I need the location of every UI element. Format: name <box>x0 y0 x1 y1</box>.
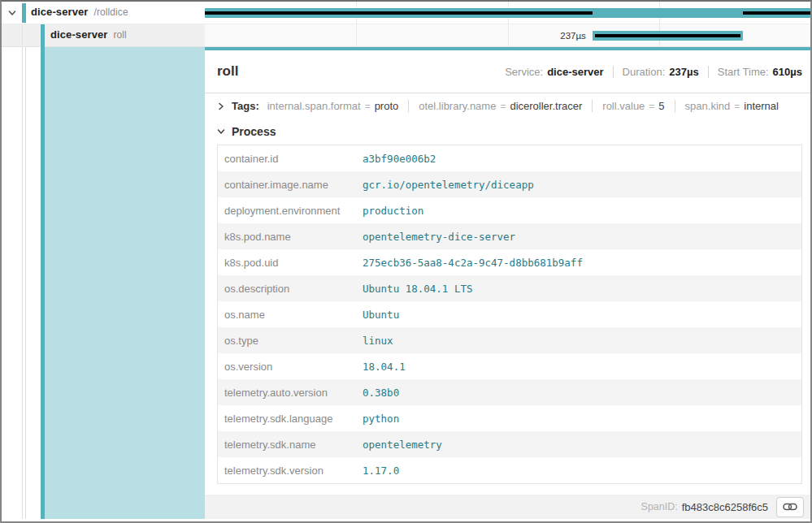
tree-indent-guide <box>25 47 26 519</box>
span-timeline-rows: dice-server/rolldice dice-serverroll <box>2 2 810 47</box>
tree-indent-guide <box>22 24 23 46</box>
span-operation-name: roll <box>113 29 126 41</box>
span-detail-footer: SpanID: fb483c8c6258f6c5 <box>205 495 810 519</box>
table-row: telemetry.sdk.nameopentelemetry <box>218 431 801 457</box>
equals-sign: = <box>734 101 740 112</box>
tag-divider <box>675 100 675 112</box>
service-label: dice-server <box>31 6 88 18</box>
row-key: os.name <box>218 309 363 321</box>
span-duration-label: 237µs <box>560 31 586 41</box>
link-icon <box>783 502 797 512</box>
equals-sign: = <box>500 101 506 112</box>
span-service-name: dice-server/rolldice <box>31 6 128 18</box>
table-row: container.ida3bf90e006b2 <box>218 145 801 171</box>
row-value: 0.38b0 <box>363 387 801 399</box>
row-value: opentelemetry-dice-server <box>363 231 801 243</box>
equals-sign: = <box>649 101 654 112</box>
copy-link-button[interactable] <box>776 497 804 517</box>
tag-item: otel.library.name = diceroller.tracer <box>419 100 582 112</box>
row-value: Ubuntu <box>363 309 801 321</box>
service-stat-label: Service: <box>505 66 543 78</box>
span-color-indicator <box>41 24 45 47</box>
row-key: k8s.pod.name <box>218 231 363 243</box>
row-key: telemetry.sdk.name <box>218 439 363 451</box>
timeline-cell-child[interactable]: 237µs <box>205 24 810 46</box>
tag-divider <box>408 100 409 112</box>
table-row: container.image.namegcr.io/opentelemetry… <box>218 171 801 197</box>
row-key: os.type <box>218 335 363 347</box>
table-row: telemetry.sdk.version1.17.0 <box>218 457 801 483</box>
table-row: deployment.environmentproduction <box>218 197 801 223</box>
tag-key: roll.value <box>602 100 645 112</box>
start-time-stat-label: Start Time: <box>718 66 769 78</box>
span-row-roll-selected[interactable]: dice-serverroll 237µs <box>2 24 810 47</box>
span-operation-name: /rolldice <box>93 6 128 18</box>
table-row: telemetry.auto.version0.38b0 <box>218 379 801 405</box>
root-span-bar[interactable] <box>205 8 810 18</box>
equals-sign: = <box>365 101 371 112</box>
start-time-stat-value: 610µs <box>773 66 802 78</box>
row-key: os.description <box>218 283 363 295</box>
jaeger-trace-detail-window: dice-server/rolldice dice-serverroll <box>0 0 812 523</box>
tag-key: otel.library.name <box>419 100 496 112</box>
duration-stat-value: 237µs <box>669 66 698 78</box>
span-row-rolldice[interactable]: dice-server/rolldice <box>2 2 810 24</box>
stat-divider <box>613 66 614 78</box>
tags-section-toggle[interactable]: Tags: internal.span.format = proto otel.… <box>205 93 810 119</box>
process-section-toggle[interactable]: Process <box>205 119 810 145</box>
row-value: 18.04.1 <box>363 361 801 373</box>
row-value: 275ecb36-5aa8-4c2a-9c47-d8bb681b9aff <box>363 257 801 269</box>
row-key: telemetry.sdk.language <box>218 413 363 425</box>
chevron-down-icon[interactable] <box>215 126 227 137</box>
tag-value: diceroller.tracer <box>510 100 582 112</box>
row-value: gcr.io/opentelemetry/diceapp <box>363 179 801 191</box>
span-detail-panel: roll Service: dice-server Duration: 237µ… <box>205 47 810 521</box>
tag-value: internal <box>744 100 779 112</box>
critical-path-segment <box>743 11 810 15</box>
process-key-value-table: container.ida3bf90e006b2 container.image… <box>217 145 802 484</box>
child-span-bar[interactable] <box>593 31 744 41</box>
tree-indent-guide <box>22 47 23 519</box>
tag-key: span.kind <box>685 100 731 112</box>
span-name-cell[interactable]: dice-server/rolldice <box>2 2 205 24</box>
tag-item: span.kind = internal <box>685 100 779 112</box>
row-value: 1.17.0 <box>363 465 801 477</box>
row-key: k8s.pod.uid <box>218 257 363 269</box>
table-row: os.nameUbuntu <box>218 301 801 327</box>
span-stats: Service: dice-server Duration: 237µs Sta… <box>505 66 802 78</box>
row-key: os.version <box>218 361 363 373</box>
selected-span-tint-panel <box>45 47 205 519</box>
span-detail-left-gutter <box>2 47 205 519</box>
service-label: dice-server <box>50 28 107 41</box>
tag-item: roll.value = 5 <box>602 100 664 112</box>
tag-divider <box>592 100 593 112</box>
table-row: os.descriptionUbuntu 18.04.1 LTS <box>218 275 801 301</box>
span-name-cell[interactable]: dice-serverroll <box>2 24 205 46</box>
timeline-gridline <box>356 24 357 46</box>
duration-stat-label: Duration: <box>623 66 666 78</box>
table-row: telemetry.sdk.languagepython <box>218 405 801 431</box>
row-value: python <box>363 413 801 425</box>
span-detail-header: roll Service: dice-server Duration: 237µ… <box>205 50 810 93</box>
tags-label: Tags: <box>232 100 259 112</box>
row-key: telemetry.auto.version <box>218 387 363 399</box>
span-color-indicator <box>22 3 26 23</box>
stat-divider <box>708 66 709 78</box>
table-row: k8s.pod.uid275ecb36-5aa8-4c2a-9c47-d8bb6… <box>218 249 801 275</box>
table-row: os.version18.04.1 <box>218 353 801 379</box>
chevron-right-icon[interactable] <box>215 101 227 112</box>
row-key: container.id <box>218 153 363 165</box>
row-value: production <box>363 205 801 217</box>
chevron-down-icon[interactable] <box>7 7 18 19</box>
table-row: os.typelinux <box>218 327 801 353</box>
span-title: roll <box>217 63 238 80</box>
critical-path-segment <box>205 11 593 15</box>
row-key: telemetry.sdk.version <box>218 465 363 477</box>
timeline-gridline <box>508 24 509 46</box>
critical-path-segment <box>595 34 741 37</box>
tag-key: internal.span.format <box>267 100 361 112</box>
row-value: linux <box>363 335 801 347</box>
span-id-value: fb483c8c6258f6c5 <box>682 501 768 513</box>
span-id-label: SpanID: <box>641 501 678 512</box>
timeline-cell-root[interactable] <box>205 2 810 24</box>
